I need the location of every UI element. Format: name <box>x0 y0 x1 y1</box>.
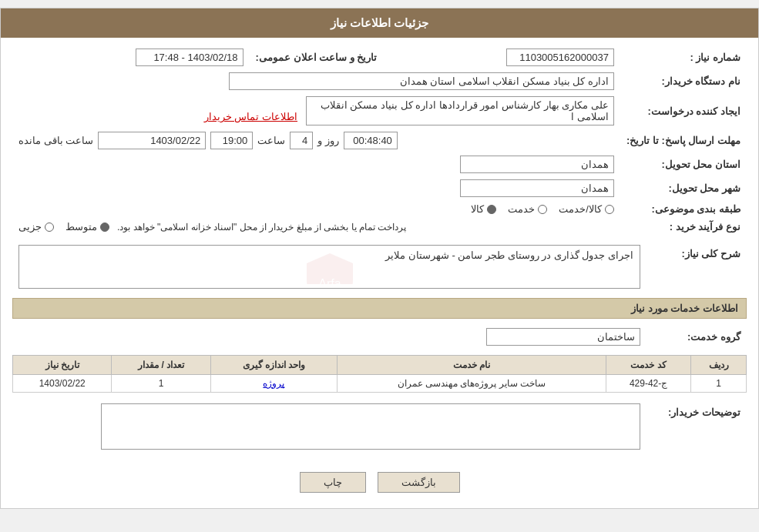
back-button[interactable]: بازگشت <box>378 472 460 493</box>
مهلت-days-label: روز و <box>317 135 339 146</box>
طبقه-label: طبقه بندی موضوعی: <box>620 200 747 218</box>
cell-واحد: پروژه <box>210 375 337 393</box>
شرح-value: اجرای جدول گذاری در روستای طجر سامن - شه… <box>385 249 633 261</box>
radio-متوسط-icon <box>100 223 109 232</box>
شماره-نیاز-label: شماره نیاز : <box>620 45 747 69</box>
نوع-note: پرداخت تمام یا بخشی از مبلغ خریدار از مح… <box>117 222 406 233</box>
طبقه-کالا-خدمت: کالا/خدمت <box>559 203 614 215</box>
page-header: جزئیات اطلاعات نیاز <box>1 8 758 38</box>
svg-text:Arfa: Arfa <box>318 277 341 284</box>
شرح-label: شرح کلی نیاز: <box>646 242 747 292</box>
مهلت-remaining: ساعت باقی مانده <box>18 135 93 146</box>
مهلت-day: 4 <box>290 132 313 149</box>
مهلت-label: مهلت ارسال پاسخ: تا تاریخ: <box>620 129 747 152</box>
radio-کالا-خدمت-icon <box>605 205 614 214</box>
col-نام-خدمت: نام خدمت <box>338 356 606 375</box>
radio-خدمت-icon <box>538 205 547 214</box>
تاریخ-value: 1403/02/18 - 17:48 <box>136 49 243 66</box>
طبقه-کالا: کالا <box>471 203 496 215</box>
ایجاد-link[interactable]: اطلاعات تماس خریدار <box>204 111 297 122</box>
cell-تعداد: 1 <box>112 375 210 393</box>
استان-label: استان محل تحویل: <box>620 152 747 176</box>
مهلت-time: 19:00 <box>210 132 253 149</box>
page-title: جزئیات اطلاعات نیاز <box>331 16 428 29</box>
table-row: 1 ج-42-429 ساخت سایر پروژه‌های مهندسی عم… <box>13 375 747 393</box>
استان-value: همدان <box>460 156 614 173</box>
شهر-value: همدان <box>460 179 614 197</box>
طبقه-خدمت: خدمت <box>508 203 547 215</box>
services-table: ردیف کد خدمت نام خدمت واحد اندازه گیری ت… <box>12 355 747 393</box>
نوع-متوسط: متوسط <box>65 221 109 233</box>
توضیحات-label: توضیحات خریدار: <box>646 400 747 453</box>
گروه-label: گروه خدمت: <box>646 325 747 349</box>
cell-نام-خدمت: ساخت سایر پروژه‌های مهندسی عمران <box>338 375 606 393</box>
نام-دستگاه-label: نام دستگاه خریدار: <box>620 69 747 93</box>
col-تعداد: تعداد / مقدار <box>112 356 210 375</box>
مهلت-time-label: ساعت <box>257 135 285 146</box>
نوع-label: نوع فرآیند خرید : <box>620 218 747 236</box>
cell-ردیف: 1 <box>691 375 747 393</box>
تاریخ-label: تاریخ و ساعت اعلان عمومی: <box>250 45 384 69</box>
گروه-value: ساختمان <box>486 328 640 346</box>
نام-دستگاه-value: اداره کل بنیاد مسکن انقلاب اسلامی استان … <box>229 72 614 90</box>
col-ردیف: ردیف <box>691 356 747 375</box>
services-section-header: اطلاعات خدمات مورد نیاز <box>12 298 747 319</box>
print-button[interactable]: چاپ <box>300 472 366 493</box>
col-تاریخ: تاریخ نیاز <box>13 356 112 375</box>
شماره-نیاز-value: 1103005162000037 <box>506 49 614 66</box>
radio-کالا-icon <box>487 205 496 214</box>
cell-کد-خدمت: ج-42-429 <box>606 375 691 393</box>
radio-جزیی-icon <box>45 223 54 232</box>
ایجاد-value: علی مکاری بهار کارشناس امور قراردادها اد… <box>306 96 614 125</box>
نوع-جزیی: جزیی <box>18 221 54 233</box>
ایجاد-label: ایجاد کننده درخواست: <box>620 93 747 129</box>
شهر-label: شهر محل تحویل: <box>620 176 747 200</box>
button-bar: بازگشت چاپ <box>12 460 747 500</box>
col-کد-خدمت: کد خدمت <box>606 356 691 375</box>
col-واحد: واحد اندازه گیری <box>210 356 337 375</box>
مهلت-countdown: 00:48:40 <box>344 132 398 149</box>
مهلت-date: 1403/02/22 <box>98 132 206 149</box>
cell-تاریخ: 1403/02/22 <box>13 375 112 393</box>
